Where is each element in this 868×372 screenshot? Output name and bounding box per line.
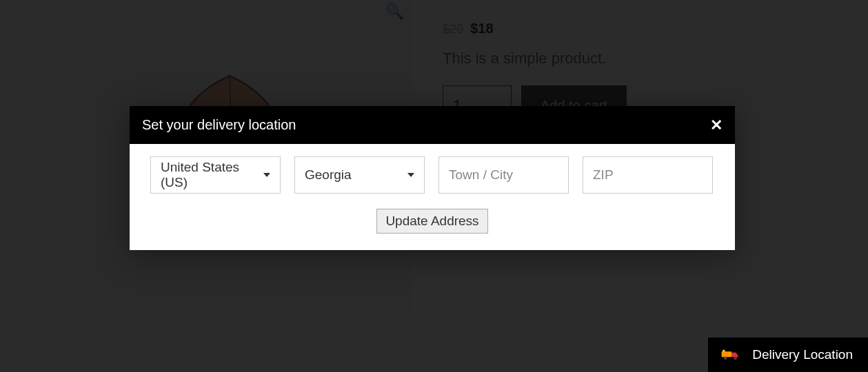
modal-body: United States (US) Georgia Update Addres… (130, 144, 735, 250)
state-select[interactable]: Georgia (294, 156, 425, 194)
chevron-down-icon (407, 173, 414, 177)
zip-input[interactable] (583, 156, 713, 194)
delivery-location-widget[interactable]: Delivery Location (708, 338, 868, 372)
state-select-value: Georgia (305, 167, 352, 183)
chevron-down-icon (263, 173, 270, 177)
truck-icon (720, 348, 743, 362)
close-icon[interactable]: ✕ (710, 118, 723, 133)
modal-header: Set your delivery location ✕ (130, 106, 735, 144)
button-row: Update Address (150, 209, 714, 234)
form-row: United States (US) Georgia (150, 156, 714, 194)
country-select-value: United States (US) (161, 160, 263, 190)
delivery-location-modal: Set your delivery location ✕ United Stat… (130, 106, 735, 250)
svg-rect-0 (722, 351, 731, 357)
svg-point-2 (734, 356, 737, 360)
city-input[interactable] (438, 156, 569, 194)
svg-point-1 (724, 356, 727, 360)
update-address-button[interactable]: Update Address (376, 209, 487, 234)
svg-rect-3 (723, 350, 725, 352)
delivery-widget-label: Delivery Location (752, 347, 853, 362)
modal-title: Set your delivery location (142, 117, 296, 133)
country-select[interactable]: United States (US) (150, 156, 281, 194)
